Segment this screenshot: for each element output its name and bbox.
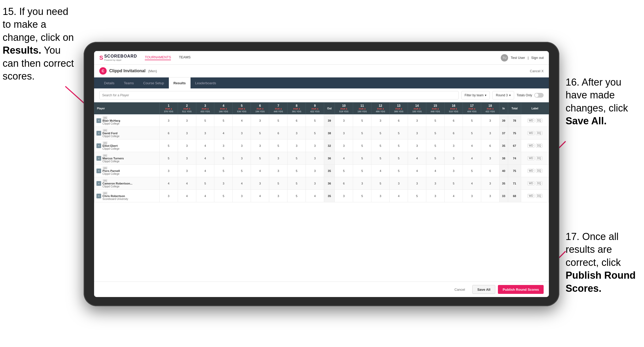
hole-15-score: 3	[426, 190, 445, 202]
nav-tournaments[interactable]: TOURNAMENTS	[145, 55, 171, 60]
footer-cancel-btn[interactable]: Cancel	[450, 285, 470, 294]
th-hole-8: 8PAR 4391 YDS	[288, 103, 306, 114]
hole-14-score: 3	[408, 139, 426, 152]
tab-leaderboards[interactable]: Leaderboards	[191, 77, 221, 88]
wd-btn[interactable]: WD	[527, 144, 534, 148]
hole-2-score: 3	[178, 165, 196, 177]
player-cell: ≡ (A) David Ford Clippd College	[94, 127, 160, 139]
label-cell: WD DQ	[521, 165, 549, 177]
cancel-tournament-btn[interactable]: Cancel X	[530, 69, 544, 73]
nav-teams[interactable]: TEAMS	[179, 55, 191, 60]
th-hole-9: 9PAR 4422 YDS	[306, 103, 324, 114]
hole-4-score: 5	[214, 165, 233, 177]
wd-btn[interactable]: WD	[527, 194, 534, 198]
label-cell: WD DQ	[521, 190, 549, 202]
tab-results[interactable]: Results	[169, 77, 191, 88]
round-selector-btn[interactable]: Round 3 ▾	[492, 91, 514, 99]
th-hole-3: 3PAR 4433 YDS	[196, 103, 214, 114]
hole-18-score: 3	[481, 152, 499, 165]
player-name: Cameron Robertson...	[102, 182, 133, 185]
hole-9-score: 5	[306, 114, 324, 127]
th-hole-13: 13PAR 4385 YDS	[390, 103, 408, 114]
dq-btn[interactable]: DQ	[536, 181, 542, 185]
tournament-gender: (Men)	[148, 69, 157, 73]
tournament-title-area: C Clippd Invitational (Men)	[99, 67, 157, 75]
wd-btn[interactable]: WD	[527, 156, 534, 160]
user-name: Test User	[511, 56, 525, 60]
hole-12-score: 3	[371, 114, 390, 127]
hole-11-score: 5	[353, 127, 371, 139]
totals-only-toggle: Totals Only	[517, 93, 544, 98]
dq-btn[interactable]: DQ	[536, 144, 542, 148]
hole-1-score: 3	[159, 190, 178, 202]
in-score: 40	[499, 165, 508, 177]
wd-btn[interactable]: WD	[527, 181, 534, 185]
th-player: Player	[94, 103, 160, 114]
out-score: 38	[324, 127, 335, 139]
instruction-left-text: 15. If you need to make a change, click …	[3, 6, 74, 82]
hole-2-score: 3	[178, 152, 196, 165]
hole-11-score: 5	[353, 114, 371, 127]
th-hole-6: 6PAR 3194 YDS	[251, 103, 269, 114]
filter-chevron-icon: ▾	[485, 93, 486, 97]
wd-btn[interactable]: WD	[527, 131, 534, 135]
th-hole-17: 17PAR 4409 YDS	[463, 103, 481, 114]
save-all-btn[interactable]: Save All	[472, 285, 495, 294]
hole-10-score: 6	[335, 177, 353, 190]
label-cell: WD DQ	[521, 139, 549, 152]
tab-teams[interactable]: Teams	[119, 77, 139, 88]
table-row: ≡ (A) David Ford Clippd College 63343563…	[94, 127, 549, 139]
hole-14-score: 5	[408, 190, 426, 202]
player-icon: ≡	[96, 143, 101, 148]
hole-15-score: 4	[426, 165, 445, 177]
wd-btn[interactable]: WD	[527, 169, 534, 173]
publish-round-scores-btn[interactable]: Publish Round Scores	[498, 285, 544, 294]
sign-out-link[interactable]: Sign out	[531, 56, 544, 60]
hole-7-score: 3	[269, 190, 288, 202]
th-hole-2: 2PAR 5511 YDS	[178, 103, 196, 114]
hole-8-score: 5	[288, 165, 306, 177]
hole-4-score: 5	[214, 114, 233, 127]
hole-6-score: 3	[251, 114, 269, 127]
total-score: 75	[508, 127, 521, 139]
hole-5-score: 3	[233, 139, 251, 152]
hole-11-score: 5	[353, 190, 371, 202]
dq-btn[interactable]: DQ	[536, 169, 542, 173]
table-row: ≡ (A) Chris Robertson Scoreboard Univers…	[94, 190, 549, 202]
totals-toggle-switch[interactable]	[534, 93, 544, 98]
logo-sub: Powered by clippd	[104, 59, 137, 61]
dq-btn[interactable]: DQ	[536, 194, 542, 198]
label-cell: WD DQ	[521, 152, 549, 165]
hole-8-score: 6	[288, 114, 306, 127]
th-hole-4: 4PAR 3166 YDS	[214, 103, 233, 114]
filter-by-team-btn[interactable]: Filter by team ▾	[461, 91, 490, 99]
hole-15-score: 3	[426, 177, 445, 190]
hole-11-score: 3	[353, 177, 371, 190]
hole-15-score: 5	[426, 139, 445, 152]
hole-1-score: 3	[159, 114, 178, 127]
hole-1-score: 5	[159, 139, 178, 152]
hole-12-score: 5	[371, 127, 390, 139]
dq-btn[interactable]: DQ	[536, 131, 542, 135]
scorecard-table: Player 1PAR 4370 YDS 2PAR 5511 YDS 3PAR …	[94, 102, 549, 202]
tab-course-setup[interactable]: Course Setup	[139, 77, 169, 88]
hole-13-score: 5	[390, 152, 408, 165]
instruction-right-top-bold: Save All.	[566, 115, 607, 126]
hole-5-score: 3	[233, 127, 251, 139]
instruction-left: 15. If you need to make a change, click …	[3, 5, 78, 83]
hole-4-score: 5	[214, 190, 233, 202]
logo-area: S SCOREBOARD Powered by clippd	[99, 54, 137, 61]
hole-6-score: 5	[251, 127, 269, 139]
dq-btn[interactable]: DQ	[536, 119, 542, 122]
player-school: Clippd College	[102, 147, 119, 150]
hole-17-score: 3	[463, 190, 481, 202]
dq-btn[interactable]: DQ	[536, 156, 542, 160]
wd-btn[interactable]: WD	[527, 119, 534, 122]
hole-14-score: 4	[408, 152, 426, 165]
hole-4-score: 3	[214, 177, 233, 190]
hole-9-score: 3	[306, 152, 324, 165]
table-row: ≡ (A) Piers Parnell Clippd College 33455…	[94, 165, 549, 177]
player-search-input[interactable]	[99, 91, 459, 99]
tab-details[interactable]: Details	[99, 77, 119, 88]
player-school: Clippd College	[102, 172, 120, 175]
